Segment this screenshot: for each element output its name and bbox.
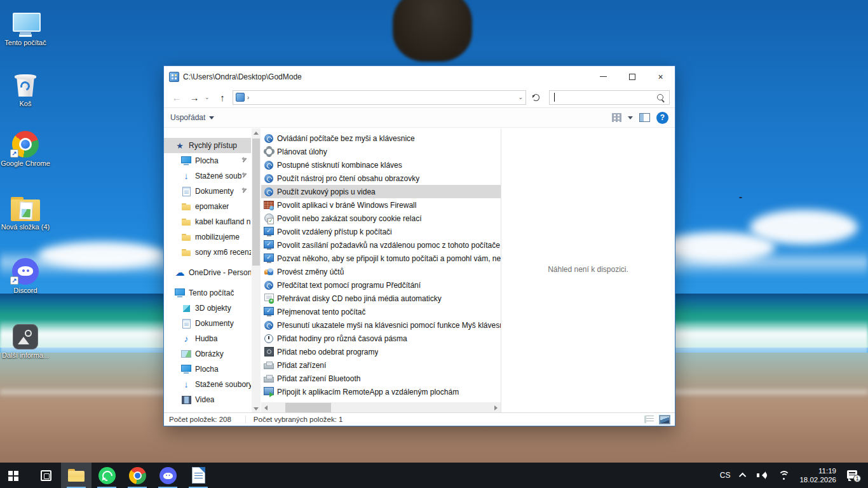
up-button[interactable]: ↑: [215, 90, 230, 105]
organize-button[interactable]: Uspořádat: [170, 113, 214, 122]
address-dropdown-chevron[interactable]: ⌄: [518, 94, 523, 100]
file-item[interactable]: Povolit vzdálený přístup k počítači: [261, 225, 501, 238]
taskbar-whatsapp[interactable]: [92, 463, 122, 488]
add-device-icon: [264, 360, 274, 370]
large-icons-view-icon[interactable]: [660, 416, 670, 424]
file-item[interactable]: Plánovat úlohy: [261, 145, 501, 158]
sidebar-item-pictures[interactable]: Obrázky: [164, 346, 251, 362]
sidebar-item-folder[interactable]: epomaker: [164, 199, 251, 214]
file-item[interactable]: Povolit aplikaci v bráně Windows Firewal…: [261, 198, 501, 212]
pin-icon: [241, 188, 248, 194]
file-item[interactable]: Ovládání počítače bez myši a klávesnice: [261, 132, 501, 145]
task-view-button[interactable]: [31, 463, 61, 488]
change-view-icon[interactable]: [612, 113, 621, 122]
sidebar-item-this-pc[interactable]: Tento počítač: [164, 285, 251, 301]
desktop-icon-recycle-bin[interactable]: Koš: [0, 67, 51, 108]
view-dropdown-chevron[interactable]: [628, 116, 633, 119]
scrollbar-thumb[interactable]: [285, 403, 331, 413]
clock[interactable]: 11:19 18.02.2026: [799, 466, 836, 484]
remote-access-icon: [264, 240, 274, 250]
remote-access-icon: [264, 227, 274, 237]
sidebar-item-downloads[interactable]: Stažené soub: [164, 168, 251, 184]
sidebar-item-videos[interactable]: Videa: [164, 392, 251, 407]
file-item[interactable]: Povolit nebo zakázat soubory cookie rela…: [261, 212, 501, 225]
close-button[interactable]: ×: [646, 66, 675, 87]
sidebar-item-music[interactable]: Hudba: [164, 331, 251, 346]
sidebar-item-folder[interactable]: sony xm6 recenz: [164, 245, 251, 260]
back-button[interactable]: ←: [169, 90, 184, 105]
desktop-icon-chrome[interactable]: ↗ Google Chrome: [0, 127, 51, 168]
scroll-up-arrow[interactable]: [254, 132, 259, 135]
sidebar-item-downloads[interactable]: Stažené soubory: [164, 377, 251, 392]
taskbar-writer[interactable]: [183, 463, 214, 488]
forward-button[interactable]: →: [187, 90, 202, 105]
volume-icon[interactable]: [757, 471, 768, 480]
ease-of-access-icon: [264, 280, 274, 290]
file-item[interactable]: Přidat zařízení Bluetooth: [261, 372, 501, 385]
sidebar-item-desktop[interactable]: Plocha: [164, 362, 251, 377]
file-item[interactable]: Přidat nebo odebrat programy: [261, 345, 501, 358]
sidebar-item-folder[interactable]: mobilizujeme: [164, 229, 251, 245]
wifi-icon[interactable]: [778, 471, 789, 480]
scroll-down-arrow[interactable]: [254, 407, 259, 410]
file-item[interactable]: Přejmenovat tento počítač: [261, 305, 501, 318]
file-item[interactable]: Přidat zařízení: [261, 358, 501, 372]
title-bar[interactable]: C:\Users\Ondra\Desktop\GodMode ×: [164, 66, 675, 87]
sidebar-item-folder[interactable]: kabel kaufland n: [164, 214, 251, 229]
desktop-icon-photo[interactable]: Další informa...: [0, 319, 51, 360]
action-center-icon[interactable]: 1: [847, 470, 859, 480]
taskbar-discord[interactable]: [153, 463, 183, 488]
file-item[interactable]: Přehrávat disky CD nebo jiná média autom…: [261, 292, 501, 305]
ease-of-access-icon: [264, 187, 274, 197]
sidebar-item-documents[interactable]: Dokumenty: [164, 316, 251, 331]
minimize-button[interactable]: [589, 66, 618, 87]
details-view-icon[interactable]: [644, 416, 654, 423]
autoplay-icon: [264, 294, 274, 304]
file-item[interactable]: Předčítat text pomocí programu Předčítán…: [261, 278, 501, 292]
shortcut-arrow-icon: ↗: [10, 276, 18, 285]
ease-of-access-icon: [264, 320, 274, 330]
file-item[interactable]: Přidat hodiny pro různá časová pásma: [261, 332, 501, 345]
file-item[interactable]: Přesunutí ukazatele myši na klávesnici p…: [261, 318, 501, 332]
file-item[interactable]: Povolit zasílání požadavků na vzdálenou …: [261, 238, 501, 252]
preview-pane-toggle-icon[interactable]: [639, 113, 650, 122]
file-item[interactable]: Provést změny účtů: [261, 265, 501, 278]
file-item[interactable]: Pozvat někoho, aby se připojil k tomuto …: [261, 252, 501, 265]
sidebar-item-onedrive[interactable]: OneDrive - Person: [164, 265, 251, 280]
maximize-button[interactable]: [618, 66, 646, 87]
recent-locations-chevron[interactable]: ⌄: [205, 94, 212, 100]
desktop-icon-discord[interactable]: ↗ Discord: [0, 254, 51, 295]
chrome-icon: [129, 467, 146, 484]
language-indicator[interactable]: CS: [720, 471, 731, 480]
scroll-left-arrow[interactable]: [264, 405, 268, 410]
sidebar-scrollbar[interactable]: [252, 128, 261, 414]
sidebar-item-desktop[interactable]: Plocha: [164, 153, 251, 168]
window-icon: [169, 72, 179, 82]
sidebar-item-3d-objects[interactable]: 3D objekty: [164, 301, 251, 316]
downloads-icon: [181, 171, 191, 181]
navigation-pane: Rychlý přístup Plocha Stažené soub Dokum…: [164, 128, 261, 414]
address-bar[interactable]: › ⌄: [233, 90, 526, 105]
scrollbar-thumb[interactable]: [252, 139, 260, 266]
show-hidden-icons-chevron[interactable]: [739, 473, 746, 480]
refresh-button[interactable]: [529, 90, 543, 105]
sidebar-item-documents[interactable]: Dokumenty: [164, 184, 251, 199]
start-button[interactable]: [0, 463, 31, 488]
desktop-folder-icon: [181, 364, 191, 374]
file-item-selected[interactable]: Použít zvukový popis u videa: [261, 185, 501, 198]
help-button[interactable]: ?: [656, 112, 668, 124]
taskbar-file-explorer[interactable]: [61, 463, 92, 488]
task-scheduler-icon: [264, 147, 274, 157]
file-item[interactable]: Použít nástroj pro čtení obsahu obrazovk…: [261, 172, 501, 185]
sidebar-item-quick-access[interactable]: Rychlý přístup: [164, 138, 251, 153]
organize-label: Uspořádat: [170, 113, 205, 122]
desktop-icon-new-folder[interactable]: Nová složka (4): [0, 191, 51, 231]
explorer-window: C:\Users\Ondra\Desktop\GodMode × ← → ⌄ ↑…: [163, 65, 675, 426]
desktop-icon-this-pc[interactable]: Tento počítač: [0, 6, 51, 47]
taskbar-chrome[interactable]: [122, 463, 153, 488]
search-input[interactable]: [549, 90, 670, 105]
file-item[interactable]: Připojit k aplikacím RemoteApp a vzdálen…: [261, 385, 501, 398]
file-item[interactable]: Postupné stisknutí kombinace kláves: [261, 158, 501, 172]
scroll-right-arrow[interactable]: [494, 405, 498, 410]
desktop: Tento počítač Koš ↗ Google Chrome Nová s…: [0, 0, 868, 488]
